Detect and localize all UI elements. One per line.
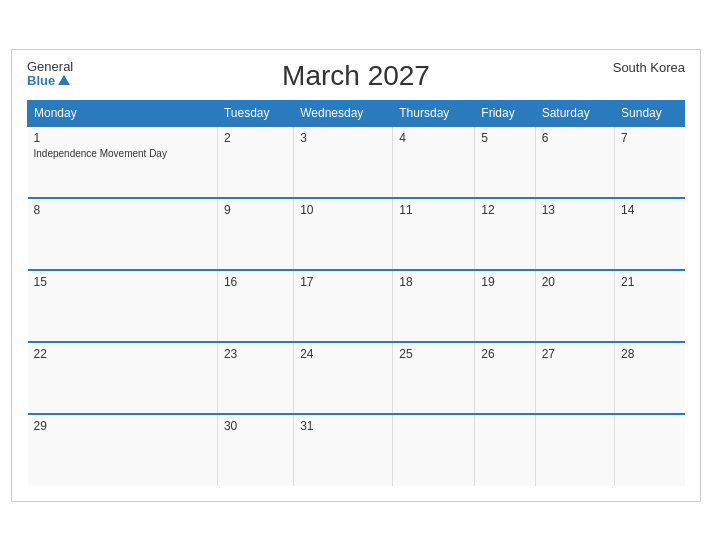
day-number: 8 — [34, 203, 211, 217]
calendar-day-cell: 11 — [393, 198, 475, 270]
weekday-header-wednesday: Wednesday — [294, 100, 393, 126]
day-number: 18 — [399, 275, 468, 289]
day-number: 6 — [542, 131, 608, 145]
calendar-day-cell — [393, 414, 475, 486]
weekday-header-tuesday: Tuesday — [217, 100, 293, 126]
calendar-day-cell: 26 — [475, 342, 535, 414]
weekday-header-sunday: Sunday — [615, 100, 685, 126]
day-number: 5 — [481, 131, 528, 145]
calendar-day-cell — [475, 414, 535, 486]
day-number: 31 — [300, 419, 386, 433]
day-number: 30 — [224, 419, 287, 433]
day-event: Independence Movement Day — [34, 147, 211, 160]
calendar-container: General Blue March 2027 South Korea Mond… — [11, 49, 701, 502]
day-number: 12 — [481, 203, 528, 217]
weekday-header-friday: Friday — [475, 100, 535, 126]
calendar-day-cell: 27 — [535, 342, 614, 414]
calendar-day-cell: 3 — [294, 126, 393, 198]
calendar-day-cell: 22 — [28, 342, 218, 414]
calendar-day-cell: 17 — [294, 270, 393, 342]
day-number: 3 — [300, 131, 386, 145]
calendar-week-row: 891011121314 — [28, 198, 685, 270]
weekday-header-monday: Monday — [28, 100, 218, 126]
logo-blue-text: Blue — [27, 74, 73, 88]
calendar-day-cell: 19 — [475, 270, 535, 342]
calendar-day-cell: 21 — [615, 270, 685, 342]
calendar-day-cell: 13 — [535, 198, 614, 270]
calendar-day-cell: 23 — [217, 342, 293, 414]
day-number: 27 — [542, 347, 608, 361]
weekday-header-thursday: Thursday — [393, 100, 475, 126]
calendar-day-cell: 6 — [535, 126, 614, 198]
day-number: 15 — [34, 275, 211, 289]
day-number: 10 — [300, 203, 386, 217]
logo-general-text: General — [27, 60, 73, 74]
day-number: 11 — [399, 203, 468, 217]
day-number: 24 — [300, 347, 386, 361]
day-number: 14 — [621, 203, 678, 217]
calendar-day-cell: 1Independence Movement Day — [28, 126, 218, 198]
calendar-day-cell — [535, 414, 614, 486]
day-number: 2 — [224, 131, 287, 145]
calendar-day-cell: 30 — [217, 414, 293, 486]
calendar-day-cell: 5 — [475, 126, 535, 198]
calendar-week-row: 1Independence Movement Day234567 — [28, 126, 685, 198]
calendar-week-row: 22232425262728 — [28, 342, 685, 414]
calendar-day-cell: 25 — [393, 342, 475, 414]
day-number: 1 — [34, 131, 211, 145]
day-number: 9 — [224, 203, 287, 217]
calendar-day-cell: 28 — [615, 342, 685, 414]
calendar-day-cell: 9 — [217, 198, 293, 270]
calendar-day-cell: 31 — [294, 414, 393, 486]
logo-triangle-icon — [58, 75, 70, 85]
day-number: 4 — [399, 131, 468, 145]
weekday-header-saturday: Saturday — [535, 100, 614, 126]
country-label: South Korea — [613, 60, 685, 75]
calendar-title: March 2027 — [282, 60, 430, 92]
calendar-day-cell: 18 — [393, 270, 475, 342]
calendar-day-cell: 29 — [28, 414, 218, 486]
calendar-table: MondayTuesdayWednesdayThursdayFridaySatu… — [27, 100, 685, 486]
day-number: 29 — [34, 419, 211, 433]
calendar-day-cell: 24 — [294, 342, 393, 414]
calendar-day-cell: 2 — [217, 126, 293, 198]
calendar-day-cell: 14 — [615, 198, 685, 270]
calendar-day-cell: 20 — [535, 270, 614, 342]
day-number: 26 — [481, 347, 528, 361]
day-number: 17 — [300, 275, 386, 289]
day-number: 28 — [621, 347, 678, 361]
calendar-day-cell: 12 — [475, 198, 535, 270]
day-number: 7 — [621, 131, 678, 145]
calendar-week-row: 293031 — [28, 414, 685, 486]
logo: General Blue — [27, 60, 73, 89]
calendar-day-cell: 10 — [294, 198, 393, 270]
calendar-day-cell: 7 — [615, 126, 685, 198]
calendar-day-cell: 15 — [28, 270, 218, 342]
day-number: 19 — [481, 275, 528, 289]
day-number: 25 — [399, 347, 468, 361]
calendar-day-cell: 4 — [393, 126, 475, 198]
calendar-week-row: 15161718192021 — [28, 270, 685, 342]
weekday-header-row: MondayTuesdayWednesdayThursdayFridaySatu… — [28, 100, 685, 126]
calendar-day-cell: 16 — [217, 270, 293, 342]
day-number: 22 — [34, 347, 211, 361]
day-number: 13 — [542, 203, 608, 217]
day-number: 23 — [224, 347, 287, 361]
calendar-header: General Blue March 2027 South Korea — [27, 60, 685, 92]
day-number: 21 — [621, 275, 678, 289]
day-number: 16 — [224, 275, 287, 289]
day-number: 20 — [542, 275, 608, 289]
calendar-day-cell — [615, 414, 685, 486]
calendar-day-cell: 8 — [28, 198, 218, 270]
